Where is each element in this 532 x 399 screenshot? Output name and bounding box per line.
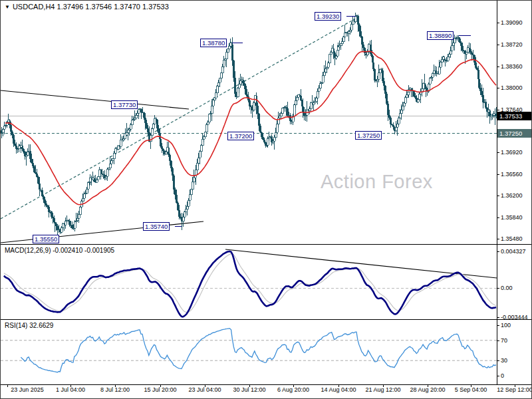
- price-axis-label: 1.38360: [501, 63, 523, 70]
- time-axis-tick: [471, 385, 471, 387]
- price-label-box[interactable]: 1.37200: [227, 132, 254, 140]
- time-axis-label[interactable]: 23 Jul 04:00: [184, 386, 226, 393]
- price-tag: 1.37250: [497, 129, 532, 138]
- price-axis-tick: [497, 23, 499, 23]
- rsi-indicator-canvas[interactable]: [1, 320, 497, 384]
- rsi-axis-tick: [497, 325, 499, 326]
- price-label-box[interactable]: 1.37730: [111, 100, 138, 109]
- time-axis-tick: [428, 385, 428, 387]
- price-label-box[interactable]: 1.35740: [143, 222, 170, 231]
- time-axis-label[interactable]: 21 Aug 12:00: [362, 386, 404, 393]
- time-axis-tick: [205, 385, 205, 387]
- macd-axis-label: -0.003444: [501, 313, 528, 321]
- price-tag: 1.37533: [497, 112, 532, 120]
- macd-rsi-separator: [1, 319, 532, 320]
- time-axis-label[interactable]: 30 Jul 12:00: [228, 386, 271, 393]
- time-axis-label[interactable]: 6 Aug 20:00: [272, 386, 315, 393]
- price-label-box[interactable]: 1.39230: [315, 12, 341, 21]
- price-axis-tick: [497, 217, 499, 218]
- rsi-axis-tick: [497, 360, 499, 361]
- macd-label: MACD(12,26,9) -0.002410 -0.001905: [5, 247, 114, 254]
- rsi-axis-label: 100: [501, 321, 511, 329]
- macd-axis-tick: [497, 317, 499, 318]
- macd-axis-tick: [497, 288, 499, 289]
- label-connector-line: [175, 226, 182, 227]
- price-axis-tick: [497, 239, 499, 239]
- rsi-axis-tick: [497, 340, 499, 341]
- price-axis-label: 1.38720: [501, 41, 523, 49]
- label-connector-line: [346, 16, 356, 17]
- time-axis-label[interactable]: 14 Aug 04:00: [317, 386, 360, 393]
- chart-window: Action Forex ▼USDCAD,H4 1.37496 1.37546 …: [0, 0, 532, 399]
- time-axis-tick: [293, 385, 294, 387]
- price-axis-label: 1.35840: [501, 213, 523, 221]
- time-axis-label[interactable]: 15 Jul 20:00: [139, 386, 182, 393]
- price-axis-tick: [497, 110, 499, 110]
- chart-bottom-border: [1, 384, 532, 385]
- macd-axis-label: 0.004327: [501, 247, 526, 255]
- price-axis-label: 1.36560: [501, 170, 523, 178]
- price-axis-label: 1.36920: [501, 148, 523, 156]
- price-label-box[interactable]: 1.38890: [427, 31, 454, 40]
- time-axis-tick: [249, 385, 250, 387]
- macd-indicator-canvas[interactable]: [1, 245, 497, 319]
- price-axis-label: 1.39090: [501, 19, 523, 27]
- symbol-ohlc-text: USDCAD,H4 1.37496 1.37546 1.37470 1.3753…: [13, 3, 169, 11]
- price-axis-tick: [497, 152, 499, 153]
- price-label-box[interactable]: 1.35550: [33, 235, 59, 243]
- time-axis-tick: [338, 385, 339, 387]
- rsi-axis-label: 70: [501, 336, 507, 344]
- price-label-box[interactable]: 1.38780: [200, 39, 227, 47]
- price-axis-label: 1.38000: [501, 84, 523, 92]
- time-axis-tick: [70, 385, 71, 387]
- rsi-axis-label: 30: [501, 356, 507, 364]
- rsi-axis-label: 0: [501, 372, 504, 380]
- time-axis-tick: [115, 385, 116, 387]
- rsi-axis-tick: [497, 376, 499, 376]
- label-connector-line: [459, 35, 471, 36]
- symbol-ohlc-header: ▼USDCAD,H4 1.37496 1.37546 1.37470 1.375…: [5, 3, 169, 11]
- price-axis-label: 1.36200: [501, 192, 523, 200]
- price-axis-label: 1.35480: [501, 235, 523, 243]
- price-axis-tick: [497, 45, 499, 45]
- chevron-down-icon: ▼: [5, 4, 10, 10]
- price-axis-separator: [497, 1, 497, 385]
- time-axis-label[interactable]: 8 Jul 12:00: [94, 386, 136, 393]
- price-axis-tick: [497, 66, 499, 67]
- time-axis-label[interactable]: 28 Aug 20:00: [406, 386, 449, 393]
- time-axis-tick: [515, 385, 515, 387]
- price-label-box[interactable]: 1.37250: [355, 131, 382, 140]
- time-axis-tick: [7, 385, 8, 387]
- rsi-label: RSI(14) 32.6629: [5, 322, 53, 329]
- price-axis-tick: [497, 174, 499, 175]
- time-axis-tick: [383, 385, 384, 387]
- macd-axis-label: 0.00: [501, 284, 513, 292]
- price-axis-tick: [497, 196, 499, 196]
- time-axis-label[interactable]: 5 Sep 04:00: [450, 386, 492, 393]
- price-axis-tick: [497, 88, 499, 88]
- macd-axis-tick: [497, 251, 499, 252]
- main-macd-separator: [1, 244, 532, 245]
- price-chart-canvas[interactable]: [1, 1, 497, 244]
- time-axis-label[interactable]: 23 Jun 2025: [6, 386, 49, 393]
- time-axis-label[interactable]: 12 Sep 12:00: [493, 386, 532, 393]
- label-connector-line: [232, 43, 243, 43]
- time-axis-tick: [160, 385, 161, 387]
- time-axis-label[interactable]: 1 Jul 04:00: [49, 386, 92, 393]
